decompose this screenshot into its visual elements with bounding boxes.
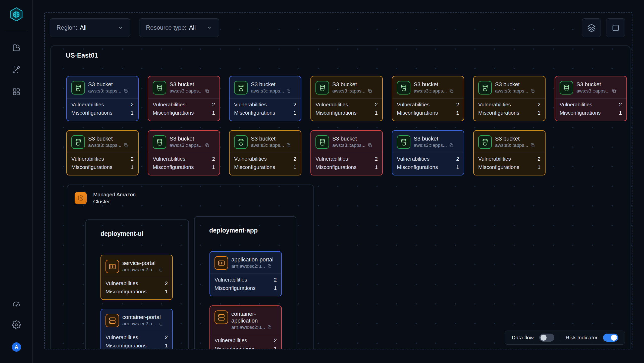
resource-title: S3 bucket [88,135,128,142]
frame-view-button[interactable] [606,18,625,37]
misconfigurations-row: Misconfigurations 1 [234,109,296,116]
resource-card[interactable]: S3 bucket aws:s3:::apps... Vulnerabiliti… [148,76,220,121]
copy-icon[interactable] [612,88,616,93]
resource-title: S3 bucket [495,81,535,88]
vulnerabilities-label: Vulnerabilities [105,334,138,341]
copy-icon[interactable] [367,143,372,148]
misconfigurations-label: Misconfigurations [478,164,519,170]
risk-indicator-toggle[interactable] [603,334,618,342]
copy-icon[interactable] [286,88,291,93]
vulnerabilities-label: Vulnerabilities [315,155,348,162]
misconfigurations-label: Misconfigurations [234,109,275,116]
misconfigurations-row: Misconfigurations 1 [478,164,541,170]
resource-type-filter-dropdown[interactable]: Resource type: All [139,18,219,37]
resource-title: S3 bucket [170,81,209,88]
resource-card[interactable]: service-portal arn:aws:ec2:u... Vulnerab… [100,255,173,300]
copy-icon[interactable] [158,321,163,326]
resource-arn: arn:aws:ec2:u... [231,263,265,269]
region-filter-value: All [80,24,87,31]
vulnerabilities-label: Vulnerabilities [234,155,267,162]
resource-card-header: S3 bucket aws:s3:::apps... [311,131,382,149]
resource-findings: Vulnerabilities 2 Misconfigurations 1 [474,99,545,119]
copy-icon[interactable] [158,267,163,272]
asset-explorer-icon[interactable] [12,43,21,52]
resource-card-titles: S3 bucket aws:s3:::apps... [251,135,291,148]
graph-board[interactable]: Region: All Resource type: All US-Eas [44,12,632,349]
copy-icon[interactable] [286,143,291,148]
vulnerabilities-label: Vulnerabilities [560,101,592,108]
misconfigurations-count: 1 [456,109,459,116]
copy-icon[interactable] [449,88,454,93]
resource-card[interactable]: S3 bucket aws:s3:::apps... Vulnerabiliti… [310,130,383,175]
resource-findings: Vulnerabilities 2 Misconfigurations 1 [101,331,172,349]
legend-divider [560,334,560,341]
resource-card[interactable]: S3 bucket aws:s3:::apps... Vulnerabiliti… [473,130,546,175]
vulnerabilities-row: Vulnerabilities 2 [234,155,296,162]
copy-icon[interactable] [205,143,209,148]
resource-arn: aws:s3:::apps... [170,142,203,148]
resource-card-titles: container-portal arn:aws:ec2:u... [122,314,163,327]
copy-icon[interactable] [530,143,535,148]
copy-icon[interactable] [123,143,128,148]
deployment-group-app[interactable]: deployment-app application-portal arn:aw… [194,216,296,349]
resource-card-titles: application-portal arn:aws:ec2:u... [231,256,274,269]
layers-view-button[interactable] [582,18,601,37]
attack-path-icon[interactable] [12,65,21,74]
resource-card[interactable]: S3 bucket aws:s3:::apps... Vulnerabiliti… [66,130,139,175]
resource-arn-row: aws:s3:::apps... [495,142,535,148]
gauge-icon[interactable] [12,300,21,309]
resource-card[interactable]: S3 bucket aws:s3:::apps... Vulnerabiliti… [392,76,464,121]
resource-arn: arn:aws:ec2:u... [122,321,156,327]
resource-arn-row: arn:aws:ec2:u... [122,321,163,327]
inventory-blocks-icon[interactable] [12,87,21,96]
resource-card[interactable]: S3 bucket aws:s3:::apps... Vulnerabiliti… [473,76,546,121]
resource-card-titles: S3 bucket aws:s3:::apps... [332,135,372,148]
region-group-us-east01[interactable]: US-East01 S3 bucket aws:s3:::apps... Vul… [50,46,630,349]
copy-icon[interactable] [205,88,209,93]
misconfigurations-label: Misconfigurations [153,164,194,170]
vulnerabilities-row: Vulnerabilities 2 [478,155,541,162]
misconfigurations-count: 1 [619,109,622,116]
region-filter-dropdown[interactable]: Region: All [50,18,130,37]
settings-gear-icon[interactable] [12,320,21,329]
resource-card[interactable]: S3 bucket aws:s3:::apps... Vulnerabiliti… [555,76,627,121]
data-flow-toggle[interactable] [539,334,554,342]
copy-icon[interactable] [267,264,272,268]
app-logo-icon[interactable] [8,7,24,23]
resource-card-header: S3 bucket aws:s3:::apps... [555,76,626,95]
cluster-header: Managed Amazon Cluster [75,191,136,205]
deployment-group-ui[interactable]: deployment-ui service-portal arn:aws:ec2… [85,219,189,349]
copy-icon[interactable] [530,88,535,93]
resource-arn-row: aws:s3:::apps... [88,142,128,148]
resource-title: S3 bucket [251,135,291,142]
copy-icon[interactable] [449,143,454,148]
resource-card[interactable]: S3 bucket aws:s3:::apps... Vulnerabiliti… [310,76,383,121]
resource-arn-row: aws:s3:::apps... [414,88,454,94]
resource-card[interactable]: S3 bucket aws:s3:::apps... Vulnerabiliti… [392,130,464,175]
resource-arn-row: aws:s3:::apps... [170,142,209,148]
resource-card-titles: S3 bucket aws:s3:::apps... [495,135,535,148]
resource-card[interactable]: S3 bucket aws:s3:::apps... Vulnerabiliti… [229,130,301,175]
resource-card[interactable]: container-application arn:aws:ec2:u... V… [209,305,282,349]
resource-card-header: S3 bucket aws:s3:::apps... [230,76,301,95]
resource-card[interactable]: S3 bucket aws:s3:::apps... Vulnerabiliti… [229,76,301,121]
resource-card[interactable]: S3 bucket aws:s3:::apps... Vulnerabiliti… [66,76,139,121]
copy-icon[interactable] [123,88,128,93]
user-avatar[interactable]: A [12,342,21,352]
resource-card-titles: S3 bucket aws:s3:::apps... [332,81,372,94]
resource-title: S3 bucket [332,135,372,142]
s3-bucket-icon [560,81,573,95]
misconfigurations-count: 1 [274,345,277,349]
frame-icon [611,23,620,33]
misconfigurations-count: 1 [131,109,134,116]
resource-findings: Vulnerabilities 2 Misconfigurations 1 [392,153,464,173]
resource-arn: aws:s3:::apps... [251,88,284,94]
managed-cluster-group[interactable]: Managed Amazon Cluster deployment-ui ser… [67,185,314,349]
copy-icon[interactable] [367,88,372,93]
container-icon [105,260,119,273]
copy-icon[interactable] [267,325,272,330]
resource-card[interactable]: container-portal arn:aws:ec2:u... Vulner… [100,309,173,349]
resource-card[interactable]: S3 bucket aws:s3:::apps... Vulnerabiliti… [148,130,220,175]
resource-arn-row: arn:aws:ec2:u... [231,324,277,330]
resource-card[interactable]: application-portal arn:aws:ec2:u... Vuln… [209,251,282,296]
